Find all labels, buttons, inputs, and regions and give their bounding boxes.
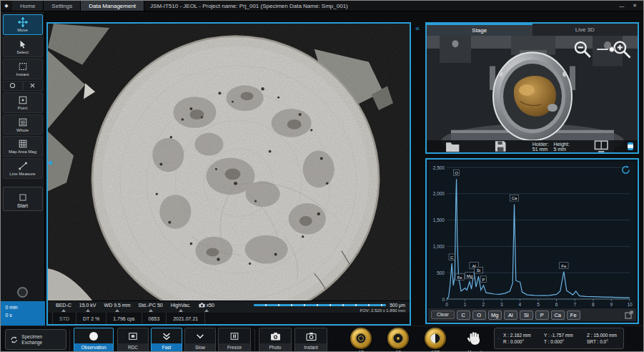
fast-scan-button[interactable]: Fast	[151, 328, 182, 352]
tab-data-management[interactable]: Data Management	[81, 1, 144, 11]
svg-text:Ca: Ca	[512, 196, 517, 200]
auto-focus-label: AF	[350, 350, 372, 352]
stage-z-value: Z : 15.000 mm	[587, 333, 620, 338]
up-triangle-icon	[149, 309, 153, 312]
exchange-icon	[9, 335, 19, 345]
element-button-mg[interactable]: Mg	[488, 311, 502, 320]
auto-contrast-brightness-label: ACB	[425, 350, 446, 352]
stage-y-value: Y : -1.757 mm	[544, 333, 587, 338]
stage-x-value: X : 2.162 mm	[503, 333, 544, 338]
tool-whole[interactable]: Whole	[3, 114, 43, 135]
slow-scan-label: Slow	[185, 343, 215, 351]
hand-icon	[467, 330, 482, 347]
zoom-in-icon[interactable]	[612, 39, 633, 60]
element-button-si[interactable]: Si	[520, 311, 533, 320]
tab-live-3d[interactable]: Live 3D	[532, 24, 638, 36]
svg-text:Fe: Fe	[457, 275, 463, 280]
element-button-fe[interactable]: Fe	[567, 311, 580, 320]
shape-circle-button[interactable]	[3, 81, 23, 91]
svg-text:7: 7	[573, 302, 576, 307]
eds-spectrum-chart[interactable]: 05001,0001,5002,0002,500012345678910COFe…	[429, 162, 635, 308]
auto-contrast-brightness-icon	[430, 333, 441, 344]
timer-minutes: 0 min	[6, 303, 45, 311]
svg-text:2: 2	[482, 302, 485, 307]
zoom-out-icon[interactable]	[573, 39, 593, 60]
auto-focus-button[interactable]	[350, 328, 372, 349]
stage-camera-view[interactable]: Holder: 51 mm Height: 5 mm	[427, 36, 638, 152]
circle-icon	[9, 82, 16, 89]
slow-scan-button[interactable]: Slow	[184, 328, 216, 352]
spectrum-refresh-icon[interactable]	[620, 165, 631, 175]
tool-map-area-mag[interactable]: Map Area Mag	[3, 136, 43, 157]
rdc-button[interactable]: RDC	[117, 328, 149, 352]
auto-contrast-brightness-button[interactable]	[425, 328, 446, 349]
instant-region-icon	[18, 62, 28, 72]
element-button-row: Clear C O Mg Al Si P Ca Fe	[428, 308, 636, 321]
stage-coordinates-panel[interactable]: X : 2.162 mm Y : -1.757 mm Z : 15.000 mm…	[494, 328, 624, 349]
holder-size-value: Holder: 51 mm	[532, 142, 549, 152]
freeze-button[interactable]: Freeze	[218, 328, 251, 352]
line-measure-icon	[18, 161, 28, 171]
photo-button[interactable]: Photo	[259, 328, 292, 352]
start-acquisition-button[interactable]: Start	[3, 187, 43, 211]
specimen-exchange-button[interactable]: Specimen Exchange	[5, 329, 66, 350]
svg-text:0: 0	[442, 297, 445, 302]
element-button-al[interactable]: Al	[504, 311, 517, 320]
tool-label: Line Measure	[9, 172, 35, 177]
sem-image-view[interactable]	[48, 24, 410, 300]
shape-cross-button[interactable]	[23, 81, 43, 91]
tool-label: Select	[16, 50, 29, 55]
cps-value: 1.796 cps	[106, 313, 142, 324]
manual-adjust-button[interactable]	[459, 328, 490, 349]
auto-stigmator-icon	[392, 333, 404, 344]
stage-zoom-control	[573, 39, 633, 60]
tool-instant[interactable]: Instant	[3, 59, 43, 79]
element-button-o[interactable]: O	[472, 311, 486, 320]
tool-label: Instant	[16, 72, 29, 77]
element-button-p[interactable]: P	[535, 311, 549, 320]
close-button[interactable]: ✕	[633, 3, 637, 9]
sidebar-collapse-arrow[interactable]: ◀	[47, 160, 52, 166]
observation-button[interactable]: Observation	[74, 328, 114, 352]
svg-text:1,000: 1,000	[433, 244, 445, 249]
tool-select[interactable]: Select	[3, 36, 43, 57]
stage-zoom-slider[interactable]	[597, 49, 608, 50]
tool-move[interactable]: Move	[3, 14, 43, 35]
detector-setting[interactable]: BED-C	[56, 303, 71, 312]
voltage-setting[interactable]: 15.0 kV	[79, 303, 96, 312]
svg-text:Si: Si	[477, 268, 480, 273]
stage-capture-button[interactable]	[628, 142, 633, 150]
clear-spectrum-button[interactable]: Clear	[431, 311, 455, 319]
freeze-label: Freeze	[219, 343, 250, 351]
split-view-icon[interactable]	[580, 140, 623, 152]
instant-capture-button[interactable]: Instant	[294, 328, 327, 352]
magnification-setting[interactable]: x50	[199, 303, 214, 312]
scale-bar	[254, 304, 386, 306]
stage-info-bar: Holder: 51 mm Height: 5 mm	[427, 140, 638, 152]
tool-point[interactable]: Point	[3, 92, 43, 113]
auto-stigmator-button[interactable]	[387, 328, 409, 349]
element-button-ca[interactable]: Ca	[551, 311, 565, 320]
tab-home[interactable]: Home	[12, 1, 44, 11]
save-icon[interactable]	[479, 140, 522, 152]
svg-text:Mg: Mg	[467, 274, 472, 278]
jeol-logo-icon: ◆	[1, 1, 12, 11]
minimize-button[interactable]: —	[619, 4, 624, 9]
folder-icon[interactable]	[431, 140, 474, 152]
tab-settings[interactable]: Settings	[44, 1, 81, 11]
tab-stage[interactable]: Stage	[427, 24, 532, 36]
rdc-label: RDC	[118, 343, 148, 351]
vacuum-setting[interactable]: HighVac.	[171, 303, 191, 312]
stage-tab-bar: Stage Live 3D	[427, 24, 638, 36]
date-value: 2021.07.21	[167, 313, 205, 324]
spectrum-popup-icon[interactable]	[625, 311, 633, 319]
panel-collapse-arrows[interactable]: «	[415, 24, 420, 32]
probe-current-setting[interactable]: Std.-PC 50	[138, 303, 162, 312]
scale-label: 500 μm	[390, 303, 405, 308]
wd-setting[interactable]: WD 9.5 mm	[104, 303, 131, 312]
tool-line-measure[interactable]: Line Measure	[3, 158, 43, 179]
coordinates-grid: X : 2.162 mm Y : -1.757 mm Z : 15.000 mm…	[503, 333, 620, 343]
element-button-c[interactable]: C	[457, 311, 470, 320]
map-grid-icon	[18, 139, 28, 149]
toolbar-separator	[69, 329, 70, 351]
